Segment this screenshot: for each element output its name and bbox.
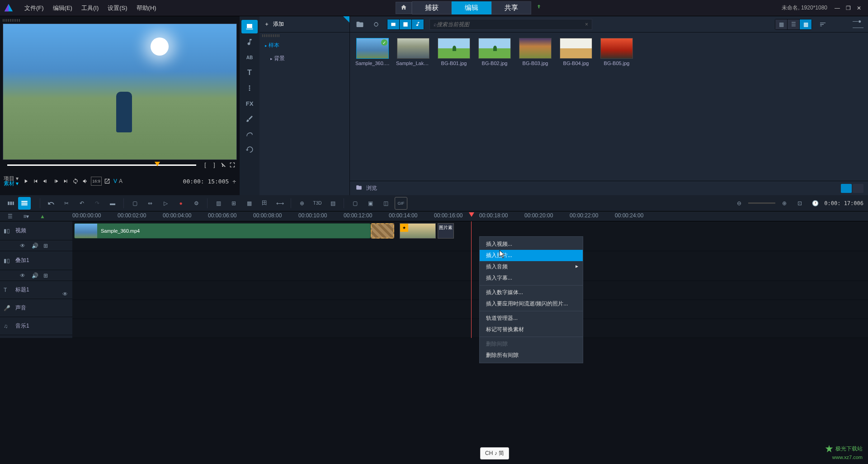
timeline-lane-video[interactable]: Sample_360.mp4 ★ 图片素 xyxy=(72,221,868,251)
sort-icon[interactable] xyxy=(817,19,828,30)
tb-f-icon[interactable]: ⊞ xyxy=(227,197,240,210)
ctx-insert-timelapse[interactable]: 插入要应用时间流逝/频闪的照片... xyxy=(480,298,583,309)
expand-icon[interactable] xyxy=(228,160,237,169)
view-grid-icon[interactable]: ▦ xyxy=(800,19,811,29)
filter-audio-icon[interactable] xyxy=(412,19,424,29)
library-item[interactable]: BG-B04.jpg xyxy=(559,38,593,175)
timeline-lane-title[interactable] xyxy=(72,281,868,300)
search-input[interactable] xyxy=(437,21,585,28)
lib-audio-icon[interactable] xyxy=(241,35,258,49)
library-search[interactable]: ⌕ × xyxy=(429,19,592,30)
goto-start-icon[interactable] xyxy=(31,177,40,186)
zoom-fit-icon[interactable]: ⊡ xyxy=(793,197,806,210)
volume-icon[interactable] xyxy=(81,177,90,186)
tree-drag-handle[interactable] xyxy=(262,34,280,37)
undo2-icon[interactable]: ↶ xyxy=(75,197,88,210)
zoom-in-icon[interactable]: ⊕ xyxy=(778,197,791,210)
settings-icon[interactable] xyxy=(371,19,382,30)
ctx-insert-video[interactable]: 插入视频... xyxy=(480,239,583,250)
track-header-overlay[interactable]: ▮▯ 叠加1 xyxy=(0,251,72,270)
lock-icon[interactable]: ⊞ xyxy=(43,243,50,249)
tree-item-backgrounds[interactable]: 背景 xyxy=(259,52,349,65)
export-icon[interactable] xyxy=(531,2,547,14)
view-large-icon[interactable]: ▦ xyxy=(775,19,787,29)
video-track-label[interactable]: V xyxy=(113,178,117,184)
zoom-slider-icon[interactable]: —●—— xyxy=(853,19,863,30)
tool-d-icon[interactable]: ⚙ xyxy=(190,197,203,210)
browse-label[interactable]: 浏览 xyxy=(366,184,377,192)
view-list-icon[interactable]: ☰ xyxy=(788,19,799,29)
tb-h-icon[interactable]: 田 xyxy=(258,197,271,210)
aspect-button[interactable]: 16:9 xyxy=(91,177,102,186)
tool-a-icon[interactable]: ▢ xyxy=(128,197,141,210)
timeline-lane-overlay[interactable] xyxy=(72,251,868,281)
speaker-icon[interactable]: 🔊 xyxy=(32,272,38,279)
ctx-insert-audio[interactable]: 插入音频 xyxy=(480,261,583,272)
ctx-insert-subtitle[interactable]: 插入字幕... xyxy=(480,272,583,284)
library-item[interactable]: ✓ Sample_360.m... xyxy=(355,38,390,175)
track-up-icon[interactable]: ▲ xyxy=(36,210,49,223)
redo-icon[interactable]: ↷ xyxy=(91,197,104,210)
lib-add-button[interactable]: ＋ 添加 xyxy=(259,16,349,33)
audio-track-label[interactable]: A xyxy=(119,178,123,184)
track-header-music[interactable]: ♫ 音乐1 xyxy=(0,317,72,335)
tb-m-icon[interactable]: ▢ xyxy=(349,197,361,210)
close-button[interactable]: ✕ xyxy=(855,4,863,12)
resize-icon[interactable] xyxy=(103,177,112,186)
eye-icon[interactable]: 👁 xyxy=(20,243,26,249)
footer-btn-2[interactable] xyxy=(853,184,863,193)
eye-icon[interactable]: 👁 xyxy=(62,291,69,297)
import-folder-icon[interactable] xyxy=(354,19,365,30)
track-header-video[interactable]: ▮▯ 视频 xyxy=(0,221,72,240)
lock-icon[interactable]: ⊞ xyxy=(43,272,50,279)
cut-icon[interactable] xyxy=(219,160,228,169)
tb-g-icon[interactable]: ▦ xyxy=(243,197,255,210)
tb-j-icon[interactable]: ⊕ xyxy=(296,197,308,210)
tree-item-samples[interactable]: 样本 xyxy=(259,39,349,52)
tb-l-icon[interactable]: ▤ xyxy=(326,197,339,210)
tab-capture[interactable]: 捕获 xyxy=(412,1,452,14)
lib-path-icon[interactable] xyxy=(241,127,258,141)
preview-scrubber[interactable] xyxy=(7,164,196,166)
drag-handle-icon[interactable] xyxy=(3,19,21,22)
ctx-track-manager[interactable]: 轨道管理器... xyxy=(480,313,583,324)
lib-history-icon[interactable] xyxy=(241,143,258,156)
image-clip-2[interactable]: 图片素 xyxy=(438,223,454,239)
tool-c-icon[interactable]: ▷ xyxy=(159,197,172,210)
speaker-icon[interactable]: 🔊 xyxy=(32,243,38,249)
tb-i-icon[interactable]: ⟷ xyxy=(274,197,286,210)
tab-home[interactable] xyxy=(396,2,412,14)
preview-video[interactable] xyxy=(3,23,237,160)
mark-out-icon[interactable]: ] xyxy=(210,160,219,169)
library-item[interactable]: BG-B03.jpg xyxy=(518,38,552,175)
tool-cut-icon[interactable]: ✂ xyxy=(60,197,73,210)
zoom-slider[interactable] xyxy=(748,202,775,204)
filter-image-icon[interactable] xyxy=(400,19,411,29)
lib-title-icon[interactable]: T xyxy=(241,66,258,80)
library-item[interactable]: BG-B02.jpg xyxy=(477,38,512,175)
eye-icon[interactable]: 👁 xyxy=(20,272,26,279)
menu-settings[interactable]: 设置(S) xyxy=(103,4,132,12)
tb-n-icon[interactable]: ▣ xyxy=(364,197,377,210)
tb-k-icon[interactable]: T3D xyxy=(311,197,324,210)
tool-del-icon[interactable]: ▬ xyxy=(106,197,119,210)
tb-o-icon[interactable]: ◫ xyxy=(379,197,392,210)
lib-media-icon[interactable] xyxy=(241,20,258,33)
playhead[interactable] xyxy=(471,221,472,338)
transition-clip[interactable] xyxy=(371,223,394,239)
library-item[interactable]: Sample_Lake... xyxy=(396,38,430,175)
video-clip[interactable]: Sample_360.mp4 xyxy=(74,223,371,239)
browse-icon[interactable] xyxy=(355,184,363,192)
track-header-sound[interactable]: 🎤 声音 xyxy=(0,299,72,317)
tab-share[interactable]: 共享 xyxy=(491,1,531,14)
ctx-mark-replaceable[interactable]: 标记可替换素材 xyxy=(480,324,583,335)
filter-video-icon[interactable] xyxy=(387,19,399,29)
menu-edit[interactable]: 编辑(E) xyxy=(48,4,77,12)
ctx-insert-digital[interactable]: 插入数字媒体... xyxy=(480,287,583,298)
clip-mode-label[interactable]: 素材 ▾ xyxy=(4,181,19,186)
timeline-view-icon[interactable] xyxy=(18,197,31,210)
step-forward-icon[interactable] xyxy=(51,177,60,186)
goto-end-icon[interactable] xyxy=(61,177,70,186)
ctx-insert-image[interactable]: 插入照片... xyxy=(480,250,583,261)
lib-color-icon[interactable] xyxy=(241,112,258,126)
